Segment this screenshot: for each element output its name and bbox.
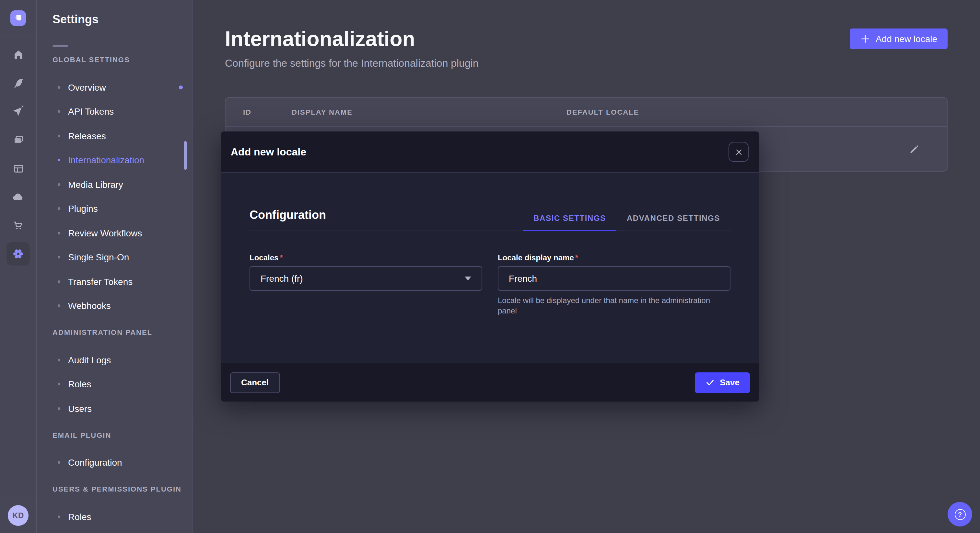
cancel-button[interactable]: Cancel xyxy=(230,372,280,393)
modal-title: Add new locale xyxy=(231,146,306,158)
close-button[interactable] xyxy=(729,142,749,162)
display-name-hint: Locale will be displayed under that name… xyxy=(498,295,730,316)
app-viewport: KD Settings GLOBAL SETTINGS Overview API… xyxy=(0,0,980,533)
display-name-input[interactable] xyxy=(498,266,730,291)
locales-field: Locales* French (fr) xyxy=(250,251,482,316)
modal-footer: Cancel Save xyxy=(221,363,759,401)
tab-basic-settings[interactable]: BASIC SETTINGS xyxy=(523,214,616,230)
add-locale-modal: Add new locale Configuration BASIC SETTI… xyxy=(221,132,759,401)
locale-form-row: Locales* French (fr) Locale display name… xyxy=(250,251,730,316)
modal-body: Configuration BASIC SETTINGS ADVANCED SE… xyxy=(221,173,759,363)
required-asterisk: * xyxy=(280,253,283,262)
chevron-down-icon xyxy=(465,276,471,281)
locales-label: Locales* xyxy=(250,253,283,262)
close-icon xyxy=(734,148,743,156)
tab-advanced-settings[interactable]: ADVANCED SETTINGS xyxy=(616,214,730,230)
settings-tabs: BASIC SETTINGS ADVANCED SETTINGS xyxy=(523,214,730,230)
locales-select[interactable]: French (fr) xyxy=(250,266,482,291)
configuration-header-row: Configuration BASIC SETTINGS ADVANCED SE… xyxy=(250,173,730,231)
locales-select-value: French (fr) xyxy=(261,273,303,284)
check-icon xyxy=(705,378,714,387)
save-button[interactable]: Save xyxy=(695,372,750,393)
configuration-title: Configuration xyxy=(250,207,326,230)
save-button-label: Save xyxy=(720,378,740,387)
display-name-field: Locale display name* Locale will be disp… xyxy=(498,251,730,316)
required-asterisk: * xyxy=(575,253,578,262)
modal-header: Add new locale xyxy=(221,132,759,173)
display-name-label: Locale display name* xyxy=(498,253,578,262)
